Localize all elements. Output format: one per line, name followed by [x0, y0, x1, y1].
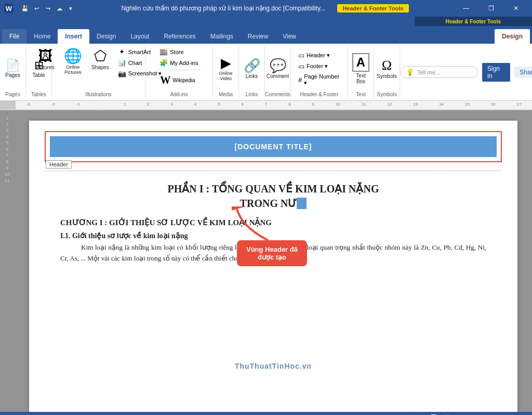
wikipedia-icon: W [160, 74, 170, 86]
tables-group-label: Tables [31, 92, 46, 97]
header-divider [45, 171, 502, 171]
search-icon: 💡 [406, 68, 414, 76]
omega-icon: Ω [382, 59, 392, 72]
share-button[interactable]: Share [514, 67, 532, 78]
pictures-button[interactable]: 🖼 Pictures [33, 47, 58, 72]
ruler-content: -3-2-1·1234567891011121314151617 [16, 101, 532, 110]
comment-button[interactable]: 💬 Comment [263, 57, 292, 81]
shapes-icon: ⬠ [94, 49, 107, 63]
tab-references[interactable]: References [156, 29, 203, 44]
ribbon-group-pages: 📄 Pages Pages [0, 46, 26, 98]
ribbon-right: 💡 Tell me... Sign in Share [400, 46, 532, 98]
document-page: [DOCUMENT TITLE] Header PHẦN I : TỔNG QU… [15, 110, 532, 412]
comment-icon: 💬 [270, 59, 286, 72]
headerfooter-group-label: Header & Footer [300, 92, 339, 97]
document-title: Nghiên cứu thẩm dò phương pháp xử lí kim… [76, 5, 454, 12]
pages-button[interactable]: 📄 Pages [2, 58, 23, 80]
links-icon: 🔗 [244, 59, 260, 72]
ribbon-group-text: A TextBox Text [348, 46, 374, 98]
links-group-label: Links [246, 92, 258, 97]
quick-access-toolbar: 💾 ↩ ↪ ☁ ▾ [20, 3, 76, 14]
word-icon: W [4, 4, 14, 13]
title-bar-left: W 💾 ↩ ↪ ☁ ▾ [4, 3, 76, 14]
comments-group-label: Comments [265, 92, 290, 97]
contextual-tab-header: Header & Footer Tools [0, 17, 532, 26]
online-video-button[interactable]: ▶ OnlineVideo [216, 54, 236, 83]
addins-group-label: Add-ins [170, 92, 188, 97]
doc-section: I.1. Giới thiệu sơ lược về kim loại nặng [60, 231, 486, 240]
page: [DOCUMENT TITLE] Header PHẦN I : TỔNG QU… [29, 121, 517, 412]
doc-title-line1: PHẦN I : TỔNG QUAN VỀ KIM LOẠI NẶNG [60, 183, 486, 195]
watermark: ThuThuatTinHoc.vn [235, 362, 312, 370]
doc-chapter: CHƯƠNG I : GIỚI THIỆU SƠ LƯỢC VỀ KIM LOẠ… [60, 218, 486, 227]
ruler: -3-2-1·1234567891011121314151617 [0, 101, 532, 110]
myaddin-button[interactable]: 🧩 My Add-ins [157, 58, 201, 68]
status-bar: Page 8 of 98 24869 words English (United… [0, 412, 532, 415]
ribbon-group-links: 🔗 Links Links [239, 46, 265, 98]
callout-arrow-svg [232, 206, 273, 243]
page-number-button[interactable]: # Page Number ▾ [295, 72, 343, 87]
ribbon-group-media: ▶ OnlineVideo Media [213, 46, 239, 98]
footer-icon: ▭ [298, 62, 304, 70]
redo-button[interactable]: ↪ [43, 3, 53, 14]
online-pictures-icon: 🌐 [64, 49, 82, 63]
ruler-left-margin [0, 101, 16, 110]
ribbon-group-headerfooter: ▭ Header ▾ ▭ Footer ▾ # Page Number ▾ He… [291, 46, 348, 98]
minimize-button[interactable]: — [454, 0, 478, 17]
textbox-button[interactable]: A TextBox [348, 51, 374, 86]
contextual-tab-label: Header & Footer Tools [337, 4, 408, 12]
page-number-icon: # [298, 76, 302, 84]
window-controls: — ❐ ✕ [454, 0, 528, 17]
tab-mailings[interactable]: Mailings [203, 29, 241, 44]
sign-in-button[interactable]: Sign in [482, 63, 510, 82]
tab-home[interactable]: Home [26, 29, 58, 44]
callout: Vùng Header đã được tạo [237, 240, 307, 266]
ribbon-group-symbols: Ω Symbols Symbols [374, 46, 400, 98]
tell-me-box[interactable]: 💡 Tell me... [400, 66, 478, 78]
tab-design[interactable]: Design [89, 29, 123, 44]
undo-button[interactable]: ↩ [31, 3, 42, 14]
pictures-icon: 🖼 [38, 49, 52, 63]
online-pictures-button[interactable]: 🌐 OnlinePictures [61, 47, 85, 77]
ribbon: 📄 Pages Pages ⊞ Table Tables 🖼 Pictures … [0, 44, 532, 101]
tab-layout[interactable]: Layout [123, 29, 156, 44]
footer-button[interactable]: ▭ Footer ▾ [295, 61, 343, 71]
doc-title-line2: TRONG NƯ... [60, 197, 486, 210]
symbols-group-label: Symbols [377, 92, 396, 97]
title-bar: W 💾 ↩ ↪ ☁ ▾ Nghiên cứu thẩm dò phương ph… [0, 0, 532, 17]
header-label: Header [46, 160, 72, 168]
pages-group-label: Pages [5, 92, 20, 97]
store-icon: 🏬 [159, 48, 168, 56]
header-region: [DOCUMENT TITLE] Header [45, 131, 502, 162]
tab-hf-design[interactable]: Design [495, 29, 530, 44]
restore-button[interactable]: ❐ [479, 0, 503, 17]
page-area: 1 2 3 4 5 6 7 8 9 10 11 [DOCUMENT TITLE]… [0, 110, 532, 412]
shapes-button[interactable]: ⬠ Shapes [88, 47, 112, 72]
myaddin-icon: 🧩 [159, 59, 168, 67]
header-icon: ▭ [298, 51, 304, 59]
header-button[interactable]: ▭ Header ▾ [295, 50, 343, 60]
autosave-button[interactable]: ☁ [54, 3, 64, 14]
screenshot-icon: 📷 [118, 70, 126, 77]
ribbon-group-illustrations: 🖼 Pictures 🌐 OnlinePictures ⬠ Shapes ✦ S… [52, 46, 145, 98]
smartart-icon: ✦ [118, 48, 126, 56]
text-group-label: Text [356, 92, 365, 97]
save-button[interactable]: 💾 [20, 3, 30, 14]
tab-view[interactable]: View [275, 29, 303, 44]
ribbon-group-comments: 💬 Comment Comments [265, 46, 291, 98]
tab-file[interactable]: File [2, 29, 26, 44]
tab-insert[interactable]: Insert [58, 29, 89, 44]
store-button[interactable]: 🏬 Store [157, 47, 186, 57]
links-button[interactable]: 🔗 Links [241, 57, 263, 81]
header-content[interactable]: [DOCUMENT TITLE] [50, 136, 497, 157]
tab-review[interactable]: Review [241, 29, 275, 44]
callout-box: Vùng Header đã được tạo [237, 240, 307, 266]
ribbon-tabs: File Home Insert Design Layout Reference… [0, 26, 532, 44]
close-button[interactable]: ✕ [504, 0, 528, 17]
customize-qat-button[interactable]: ▾ [65, 3, 76, 14]
symbols-button[interactable]: Ω Symbols [374, 57, 400, 81]
illustrations-group-label: Illustrations [85, 92, 112, 97]
wikipedia-button[interactable]: W Wikipedia [157, 72, 198, 88]
video-icon: ▶ [221, 56, 231, 70]
textbox-icon: A [352, 53, 369, 72]
